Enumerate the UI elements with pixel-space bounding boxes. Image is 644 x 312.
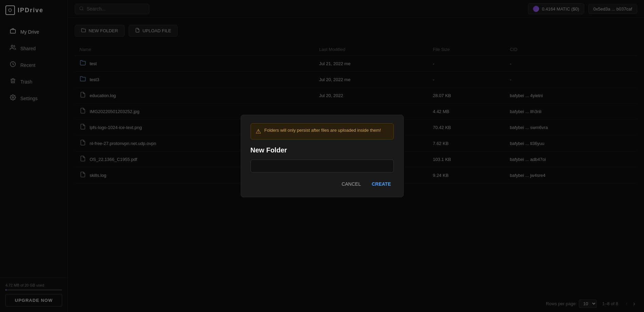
modal-warning-text: Folders will only persist after files ar… xyxy=(264,128,381,133)
modal-title: New Folder xyxy=(251,146,394,154)
new-folder-name-input[interactable] xyxy=(251,160,394,172)
modal-warning-banner: ⚠ Folders will only persist after files … xyxy=(251,123,394,140)
create-button[interactable]: CREATE xyxy=(369,179,394,189)
cancel-button[interactable]: CANCEL xyxy=(339,179,364,189)
modal-actions: CANCEL CREATE xyxy=(251,179,394,189)
warning-icon: ⚠ xyxy=(256,128,261,135)
new-folder-modal: ⚠ Folders will only persist after files … xyxy=(241,115,404,197)
modal-overlay[interactable]: ⚠ Folders will only persist after files … xyxy=(0,0,644,312)
